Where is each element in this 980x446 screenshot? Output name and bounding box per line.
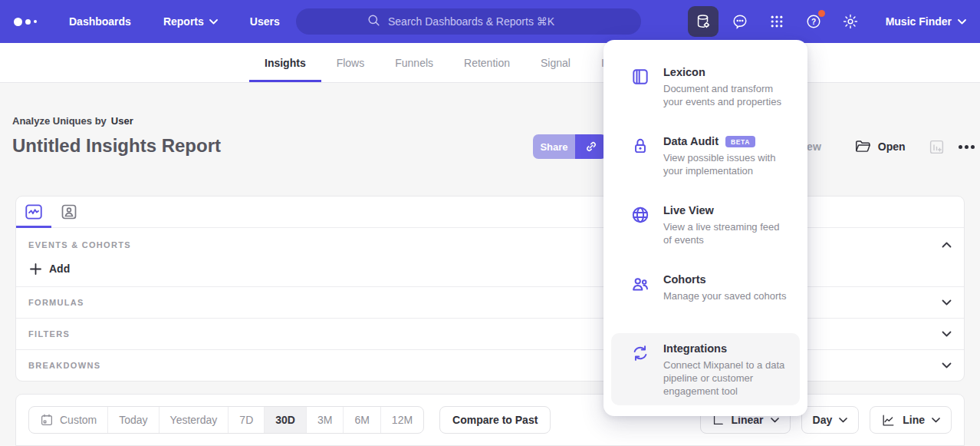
link-icon [584,139,599,154]
nav-item-reports-label: Reports [163,15,204,28]
nav-item-dashboards[interactable]: Dashboards [69,15,131,28]
mixpanel-logo-icon[interactable] [14,18,37,26]
menu-item-lexicon-description: Document and transform your events and p… [663,82,789,108]
more-options-button[interactable] [959,145,975,149]
chart-type-label: Line [903,414,925,426]
range-today-label: Today [119,414,147,426]
tab-retention-label: Retention [464,57,510,69]
gear-icon [842,13,859,30]
tab-flows[interactable]: Flows [321,43,380,82]
calendar-icon [40,413,54,427]
range-12m[interactable]: 12M [380,407,423,433]
date-range-segmented-control: Custom Today Yesterday 7D 30D 3M 6M 12M [28,406,424,434]
collapse-section-button[interactable] [942,237,952,251]
range-today[interactable]: Today [107,407,158,433]
share-button[interactable]: Share [533,134,575,159]
analyze-breadcrumb: Analyze Uniques byUser [12,115,133,127]
range-7d-label: 7D [239,414,253,426]
section-breakdowns[interactable]: BREAKDOWNS [16,349,964,381]
tab-profiles-view[interactable] [51,197,87,227]
range-3m-label: 3M [317,414,332,426]
feedback-button[interactable] [725,6,755,37]
tab-funnels-label: Funnels [395,57,433,69]
data-management-button[interactable] [688,6,719,37]
range-30d-label: 30D [275,414,295,426]
tab-metrics-view[interactable] [16,197,51,227]
project-switcher[interactable]: Music Finder [886,15,966,28]
menu-item-live-view[interactable]: Live View View a live streaming feed of … [611,195,800,264]
data-audit-icon [630,136,650,187]
beta-badge: BETA [725,136,755,147]
open-report-button[interactable]: Open [855,140,906,154]
nav-item-dashboards-label: Dashboards [69,15,131,28]
report-tabs: Insights Flows Funnels Retention Signal … [0,43,980,83]
nav-item-users-label: Users [250,15,280,28]
copy-link-button[interactable] [575,134,607,159]
range-30d[interactable]: 30D [264,407,306,433]
search-input[interactable] [388,15,571,28]
tab-insights[interactable]: Insights [249,43,321,82]
range-3m[interactable]: 3M [306,407,343,433]
add-event-button[interactable]: Add [16,253,82,286]
feedback-bubble-icon [732,13,748,30]
range-6m[interactable]: 6M [343,407,380,433]
menu-item-cohorts[interactable]: Cohorts Manage your saved cohorts [611,264,800,333]
chart-toolbar-panel: Custom Today Yesterday 7D 30D 3M 6M 12M … [15,394,965,446]
ellipsis-icon [959,145,962,149]
help-button[interactable]: ? [798,6,829,37]
compare-to-past-button[interactable]: Compare to Past [439,406,551,434]
range-yesterday[interactable]: Yesterday [159,407,229,433]
builder-view-tabs [16,197,964,228]
chevron-down-icon [958,19,966,25]
chart-add-icon [929,139,945,155]
range-custom[interactable]: Custom [29,407,107,433]
apps-grid-icon [769,14,784,29]
tab-signal[interactable]: Signal [525,43,586,82]
menu-item-integrations-label: Integrations [663,342,727,355]
nav-item-users[interactable]: Users [250,15,280,28]
section-formulas[interactable]: FORMULAS [16,286,964,318]
share-split-button: Share [533,134,607,159]
integrations-icon [630,343,650,398]
tab-funnels[interactable]: Funnels [380,43,449,82]
interval-dropdown[interactable]: Day [801,406,860,434]
chevron-down-icon [942,362,952,368]
add-to-dashboard-button[interactable] [929,139,945,155]
section-events-cohorts: EVENTS & COHORTS [16,228,964,253]
nav-item-reports[interactable]: Reports [163,15,218,28]
profile-icon [60,203,78,221]
svg-text:?: ? [811,18,816,26]
tab-retention[interactable]: Retention [449,43,525,82]
chevron-down-icon [771,418,779,423]
section-filters[interactable]: FILTERS [16,318,964,349]
top-navbar: Dashboards Reports Users [0,0,980,43]
menu-item-live-view-label: Live View [663,204,714,216]
notification-dot [818,10,825,17]
add-label: Add [49,263,70,275]
live-view-icon [630,205,650,256]
global-search-input[interactable] [296,8,641,35]
chevron-down-icon [209,19,218,25]
menu-item-lexicon-label: Lexicon [663,66,705,78]
chevron-down-icon [942,331,952,337]
menu-item-live-view-description: View a live streaming feed of events [663,220,789,246]
plus-icon [30,263,41,275]
range-custom-label: Custom [60,414,97,426]
page-title[interactable]: Untitled Insights Report [12,135,221,157]
section-events-cohorts-label: EVENTS & COHORTS [28,240,131,249]
menu-item-integrations[interactable]: Integrations Connect Mixpanel to a data … [611,333,800,405]
interval-label: Day [813,414,833,426]
section-filters-label: FILTERS [28,329,70,339]
range-7d[interactable]: 7D [228,407,264,433]
settings-button[interactable] [835,6,866,37]
cohorts-icon [630,274,650,325]
chart-type-dropdown[interactable]: Line [870,406,952,434]
menu-item-lexicon[interactable]: Lexicon Document and transform your even… [611,57,800,126]
apps-grid-button[interactable] [761,6,792,37]
chevron-down-icon [942,299,952,306]
menu-item-data-audit[interactable]: Data Audit BETA View possible issues wit… [611,126,800,195]
analyze-entity[interactable]: User [111,115,133,127]
tab-flows-label: Flows [337,57,365,69]
range-6m-label: 6M [354,414,369,426]
metrics-chart-icon [24,202,44,222]
